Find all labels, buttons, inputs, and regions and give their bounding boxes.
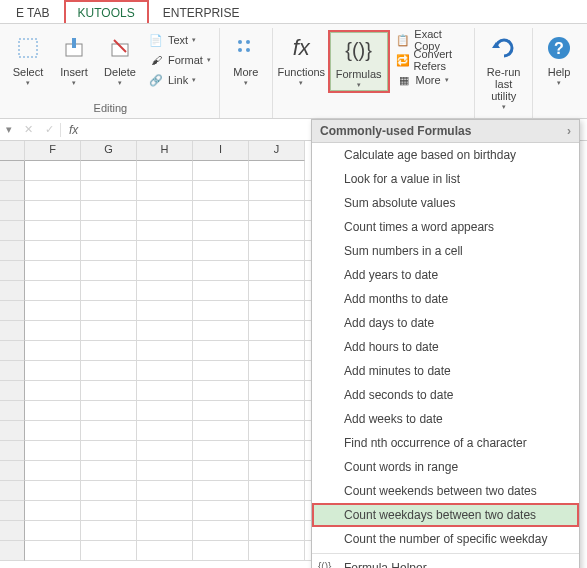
cell[interactable] [193, 481, 249, 501]
menu-item[interactable]: Count words in range [312, 455, 579, 479]
cell[interactable] [249, 161, 305, 181]
cell[interactable] [193, 501, 249, 521]
cell[interactable] [137, 481, 193, 501]
cell[interactable] [193, 381, 249, 401]
cell[interactable] [137, 401, 193, 421]
cell[interactable] [137, 421, 193, 441]
menu-item[interactable]: Add seconds to date [312, 383, 579, 407]
cell[interactable] [193, 361, 249, 381]
fbar-cancel-icon[interactable]: ✕ [18, 123, 39, 136]
cell[interactable] [25, 481, 81, 501]
cell[interactable] [249, 281, 305, 301]
cell[interactable] [81, 521, 137, 541]
cell[interactable] [25, 161, 81, 181]
menu-item[interactable]: Count weekends between two dates [312, 479, 579, 503]
cell[interactable] [25, 321, 81, 341]
cell[interactable] [25, 501, 81, 521]
col-header[interactable]: H [137, 141, 193, 161]
cell[interactable] [249, 301, 305, 321]
cell[interactable] [249, 381, 305, 401]
cell[interactable] [137, 441, 193, 461]
tab-etab[interactable]: E TAB [2, 0, 64, 23]
cell[interactable] [249, 181, 305, 201]
cell[interactable] [249, 201, 305, 221]
cell[interactable] [249, 421, 305, 441]
cell[interactable] [249, 401, 305, 421]
formulas-button[interactable]: {()} Formulas▾ [330, 32, 388, 91]
cell[interactable] [137, 301, 193, 321]
fbar-confirm-icon[interactable]: ✓ [39, 123, 60, 136]
cell[interactable] [81, 261, 137, 281]
cell[interactable] [249, 441, 305, 461]
menu-item[interactable]: Count weekdays between two dates [312, 503, 579, 527]
cell[interactable] [25, 381, 81, 401]
cell[interactable] [249, 461, 305, 481]
format-button[interactable]: 🖌Format▾ [144, 50, 215, 70]
cell[interactable] [137, 541, 193, 561]
cell[interactable] [137, 281, 193, 301]
cell[interactable] [81, 341, 137, 361]
menu-item[interactable]: Add minutes to date [312, 359, 579, 383]
cell[interactable] [81, 481, 137, 501]
cell[interactable] [137, 201, 193, 221]
cell[interactable] [81, 541, 137, 561]
col-header[interactable]: G [81, 141, 137, 161]
menu-item[interactable]: Look for a value in list [312, 167, 579, 191]
cell[interactable] [25, 421, 81, 441]
cell[interactable] [81, 301, 137, 321]
cell[interactable] [81, 221, 137, 241]
cell[interactable] [193, 241, 249, 261]
menu-item[interactable]: Sum absolute values [312, 191, 579, 215]
tab-kutools[interactable]: KUTOOLS [64, 0, 149, 23]
menu-item[interactable]: Calculate age based on birthday [312, 143, 579, 167]
cell[interactable] [137, 161, 193, 181]
more2-button[interactable]: ▦More▾ [392, 70, 471, 90]
cell[interactable] [137, 361, 193, 381]
cell[interactable] [137, 221, 193, 241]
cell[interactable] [81, 181, 137, 201]
convert-refers-button[interactable]: 🔁Convert Refers [392, 50, 471, 70]
menu-item[interactable]: Add weeks to date [312, 407, 579, 431]
cell[interactable] [249, 221, 305, 241]
cell[interactable] [81, 461, 137, 481]
rerun-button[interactable]: Re-runlast utility▾ [479, 30, 528, 113]
cell[interactable] [81, 241, 137, 261]
cell[interactable] [81, 321, 137, 341]
select-button[interactable]: Select▾ [6, 30, 50, 90]
cell[interactable] [249, 241, 305, 261]
cell[interactable] [249, 341, 305, 361]
help-button[interactable]: ? Help▾ [537, 30, 581, 89]
menu-item[interactable]: Add hours to date [312, 335, 579, 359]
menu-item[interactable]: Add days to date [312, 311, 579, 335]
cell[interactable] [193, 201, 249, 221]
cell[interactable] [81, 381, 137, 401]
cell[interactable] [81, 161, 137, 181]
cell[interactable] [193, 441, 249, 461]
cell[interactable] [193, 541, 249, 561]
cell[interactable] [25, 241, 81, 261]
cell[interactable] [137, 181, 193, 201]
cell[interactable] [81, 421, 137, 441]
menu-item[interactable]: Count times a word appears [312, 215, 579, 239]
cell[interactable] [249, 361, 305, 381]
cell[interactable] [25, 201, 81, 221]
cell[interactable] [81, 281, 137, 301]
cell[interactable] [25, 521, 81, 541]
link-button[interactable]: 🔗Link▾ [144, 70, 215, 90]
insert-button[interactable]: Insert▾ [52, 30, 96, 90]
menu-item[interactable]: Find nth occurrence of a character [312, 431, 579, 455]
fx-button[interactable]: fx [60, 123, 86, 137]
cell[interactable] [137, 241, 193, 261]
cell[interactable] [249, 261, 305, 281]
functions-button[interactable]: fx Functions▾ [277, 30, 326, 93]
cell[interactable] [249, 521, 305, 541]
cell[interactable] [25, 181, 81, 201]
tab-enterprise[interactable]: ENTERPRISE [149, 0, 254, 23]
cell[interactable] [81, 501, 137, 521]
cell[interactable] [193, 421, 249, 441]
cell[interactable] [137, 381, 193, 401]
cell[interactable] [193, 461, 249, 481]
menu-item[interactable]: Sum numbers in a cell [312, 239, 579, 263]
exact-copy-button[interactable]: 📋Exact Copy [392, 30, 471, 50]
cell[interactable] [25, 301, 81, 321]
